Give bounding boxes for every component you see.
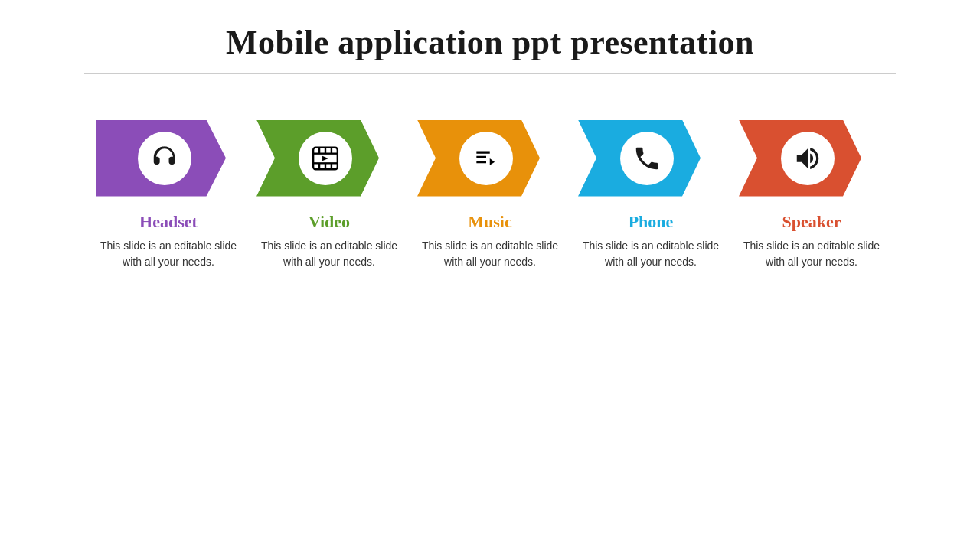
speaker-text: This slide is an editable slide with all…	[735, 238, 888, 270]
icon-wrapper-speaker	[781, 132, 835, 185]
slide-title: Mobile application ppt presentation	[226, 23, 754, 62]
phone-text: This slide is an editable slide with all…	[574, 238, 727, 270]
music-text: This slide is an editable slide with all…	[413, 238, 567, 270]
card-music: Music This slide is an editable slide wi…	[413, 120, 567, 270]
card-phone: Phone This slide is an editable slide wi…	[574, 120, 727, 270]
music-icon	[472, 144, 501, 173]
card-video: Video This slide is an editable slide wi…	[253, 120, 406, 270]
arrow-headset	[96, 120, 241, 197]
speaker-label: Speaker	[782, 212, 841, 232]
speaker-icon	[793, 144, 822, 173]
slide: Mobile application ppt presentation Head…	[0, 0, 980, 551]
title-divider	[84, 73, 896, 74]
arrow-phone	[578, 120, 724, 197]
phone-icon	[632, 144, 662, 173]
icon-wrapper-phone	[620, 132, 674, 185]
icon-wrapper-music	[459, 132, 513, 185]
arrow-speaker	[739, 120, 884, 197]
icon-wrapper-headset	[138, 132, 191, 185]
video-label: Video	[309, 212, 350, 232]
arrow-music	[417, 120, 563, 197]
card-headset: Headset This slide is an editable slide …	[92, 120, 245, 270]
headset-label: Headset	[139, 212, 198, 232]
card-speaker: Speaker This slide is an editable slide …	[735, 120, 888, 270]
arrow-video	[256, 120, 402, 197]
headset-icon	[150, 144, 179, 173]
headset-text: This slide is an editable slide with all…	[92, 238, 245, 270]
phone-label: Phone	[629, 212, 674, 232]
svg-marker-9	[322, 155, 328, 160]
video-icon	[311, 144, 340, 173]
cards-row: Headset This slide is an editable slide …	[46, 120, 934, 270]
music-label: Music	[468, 212, 511, 232]
icon-wrapper-video	[299, 132, 352, 185]
video-text: This slide is an editable slide with all…	[253, 238, 406, 270]
